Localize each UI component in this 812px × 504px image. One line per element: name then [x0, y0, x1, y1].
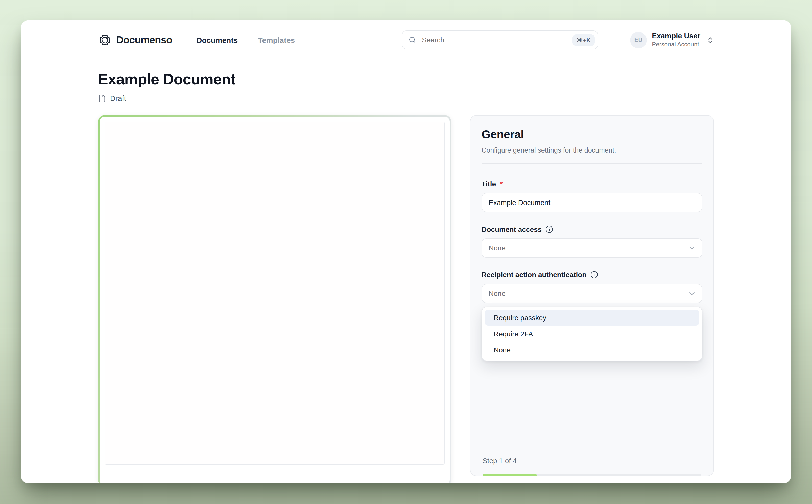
- progress-bar: [483, 474, 701, 476]
- panel-title: General: [482, 128, 702, 141]
- info-icon: [590, 271, 598, 279]
- user-menu[interactable]: EU Example User Personal Account: [630, 32, 714, 48]
- main-nav: Documents Templates: [196, 36, 295, 44]
- panel-subtitle: Configure general settings for the docum…: [482, 146, 702, 154]
- required-asterisk: *: [500, 180, 503, 188]
- documenso-logo-icon: [98, 33, 112, 47]
- dropdown-option-require-passkey[interactable]: Require passkey: [485, 310, 699, 326]
- logo[interactable]: Documenso: [98, 33, 172, 47]
- recipient-auth-select[interactable]: None: [482, 284, 702, 303]
- dropdown-option-require-2fa[interactable]: Require 2FA: [485, 326, 699, 342]
- chevrons-up-down-icon: [706, 36, 714, 44]
- document-access-value: None: [489, 244, 506, 252]
- nav-documents[interactable]: Documents: [196, 36, 238, 44]
- recipient-auth-label-text: Recipient action authentication: [482, 271, 586, 279]
- user-meta: Example User Personal Account: [652, 32, 700, 48]
- title-field-label: Title*: [482, 180, 702, 188]
- search-bar[interactable]: ⌘+K: [402, 30, 598, 49]
- recipient-auth-value: None: [489, 289, 506, 297]
- step-indicator: Step 1 of 4: [483, 457, 517, 465]
- avatar: EU: [630, 32, 647, 48]
- document-status: Draft: [98, 94, 714, 103]
- document-access-label-text: Document access: [482, 225, 542, 233]
- progress-fill: [483, 474, 537, 476]
- document-page: [105, 122, 445, 465]
- document-access-label: Document access: [482, 225, 702, 233]
- document-preview-inner: [100, 117, 450, 483]
- title-label-text: Title: [482, 180, 496, 188]
- chevron-down-icon: [688, 289, 696, 298]
- recipient-auth-label: Recipient action authentication: [482, 271, 702, 279]
- status-text: Draft: [110, 94, 126, 103]
- recipient-auth-dropdown: Require passkey Require 2FA None: [482, 307, 702, 361]
- general-settings-panel: General Configure general settings for t…: [470, 115, 714, 476]
- page-background: Documenso Documents Templates ⌘+K: [0, 0, 812, 504]
- page-title: Example Document: [98, 71, 714, 88]
- chevron-down-icon: [688, 244, 696, 252]
- logo-text: Documenso: [116, 34, 172, 46]
- dropdown-option-none[interactable]: None: [485, 342, 699, 358]
- search-icon: [408, 36, 417, 44]
- title-input[interactable]: [482, 193, 702, 212]
- search-input[interactable]: [421, 35, 573, 44]
- file-icon: [98, 94, 106, 103]
- app-window: Documenso Documents Templates ⌘+K: [21, 20, 791, 483]
- search-shortcut-badge: ⌘+K: [573, 34, 595, 46]
- user-name: Example User: [652, 32, 700, 40]
- nav-templates[interactable]: Templates: [258, 36, 295, 44]
- app-header: Documenso Documents Templates ⌘+K: [21, 20, 791, 60]
- document-preview-card: [98, 115, 451, 483]
- document-access-select[interactable]: None: [482, 238, 702, 258]
- user-account-type: Personal Account: [652, 41, 700, 48]
- panel-divider: [482, 163, 702, 164]
- info-icon: [545, 225, 553, 233]
